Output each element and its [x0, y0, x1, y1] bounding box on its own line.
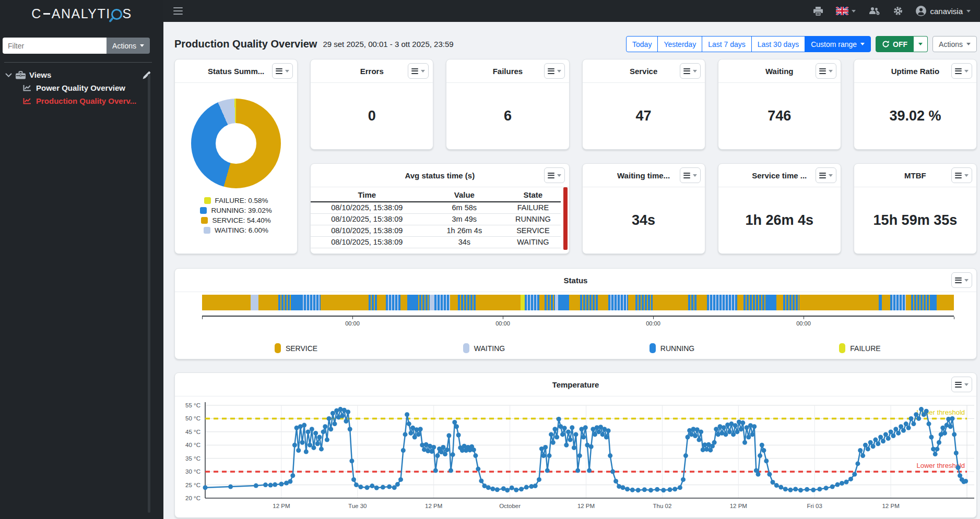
- table-cell: 08/10/2025, 15:38:09: [311, 202, 423, 214]
- legend-label: FAILURE: 0.58%: [215, 197, 268, 204]
- table-row[interactable]: 08/10/2025, 15:38:0934sWAITING: [311, 237, 560, 248]
- table-row[interactable]: 08/10/2025, 15:38:093m 49sRUNNING: [311, 214, 560, 225]
- failures-card: Failures 6: [446, 59, 569, 150]
- card-menu-button[interactable]: [272, 63, 293, 79]
- menu-icon: [683, 67, 690, 75]
- legend-item[interactable]: WAITING: 6.00%: [204, 226, 268, 234]
- svg-text:55 °C: 55 °C: [185, 402, 200, 408]
- chevron-down-icon: [966, 10, 971, 13]
- filter-input[interactable]: [3, 38, 107, 54]
- table-row[interactable]: 08/10/2025, 15:38:091h 26m 4sSERVICE: [311, 225, 560, 237]
- legend-item[interactable]: SERVICE: 54.40%: [201, 216, 270, 224]
- menu-icon: [819, 171, 826, 179]
- service-value: 47: [583, 82, 705, 149]
- card-menu-button[interactable]: [544, 63, 565, 79]
- status-segment: [628, 295, 635, 310]
- card-menu-button[interactable]: [680, 63, 701, 79]
- date-range-label: 29 set 2025, 00:01 - 3 ott 2025, 23:59: [323, 40, 453, 49]
- chevron-down-icon: [964, 174, 969, 177]
- card-menu-button[interactable]: [816, 167, 836, 183]
- sidebar-item-label: Production Quality Overv...: [36, 96, 136, 105]
- card-menu-button[interactable]: [951, 63, 972, 79]
- card-title: Status Summ...: [208, 67, 264, 76]
- status-segment: [783, 295, 799, 310]
- range-yesterday-button[interactable]: Yesterday: [657, 36, 702, 52]
- legend-swatch: [204, 197, 211, 204]
- axis-tick-label: 00:00: [796, 320, 811, 327]
- user-menu[interactable]: canavisia: [916, 6, 971, 16]
- chevron-down-icon: [557, 70, 561, 73]
- chevron-down-icon: [966, 43, 971, 45]
- chevron-down-icon: [421, 70, 425, 73]
- status-legend: SERVICEWAITINGRUNNINGFAILURE: [202, 343, 954, 353]
- print-icon[interactable]: [813, 7, 823, 16]
- card-menu-button[interactable]: [951, 167, 972, 183]
- table-row[interactable]: 08/10/2025, 15:38:096m 58sFAILURE: [311, 202, 560, 214]
- uptime-ratio-card: Uptime Ratio 39.02 %: [854, 59, 977, 150]
- legend-item[interactable]: RUNNING: [578, 343, 766, 353]
- tree-root-label: Views: [29, 70, 51, 79]
- axis-tick: [804, 317, 804, 319]
- card-menu-button[interactable]: [680, 167, 701, 183]
- legend-item[interactable]: RUNNING: 39.02%: [200, 207, 271, 214]
- legend-swatch: [650, 343, 656, 353]
- status-segment: [545, 295, 555, 310]
- header-actions-button[interactable]: Actions: [932, 36, 977, 52]
- status-segment: [525, 295, 539, 310]
- svg-text:Tue 30: Tue 30: [348, 503, 367, 509]
- divider: [4, 62, 152, 63]
- settings-gear-icon[interactable]: [893, 6, 903, 16]
- table-cell: SERVICE: [505, 225, 560, 237]
- legend-item[interactable]: SERVICE: [202, 343, 390, 353]
- panel-title: Temperature: [552, 380, 599, 389]
- status-segment: [737, 295, 743, 310]
- card-title: MTBF: [904, 171, 926, 180]
- tree-node-views[interactable]: Views: [0, 68, 163, 81]
- card-title: Uptime Ratio: [891, 67, 940, 76]
- legend-item[interactable]: FAILURE: 0.58%: [204, 197, 268, 204]
- legend-swatch: [201, 217, 208, 224]
- user-circle-icon: [916, 6, 926, 16]
- status-panel: Status 00:0000:0000:0000:00 SERVICEWAITI…: [174, 268, 977, 359]
- range-last7-button[interactable]: Last 7 days: [702, 36, 752, 52]
- language-selector[interactable]: [836, 7, 856, 15]
- mtbf-value: 15h 59m 35s: [854, 187, 976, 254]
- users-management-icon[interactable]: [869, 7, 880, 15]
- legend-item[interactable]: WAITING: [390, 343, 578, 353]
- card-menu-button[interactable]: [951, 377, 972, 392]
- legend-item[interactable]: FAILURE: [766, 343, 954, 353]
- range-last30-button[interactable]: Last 30 days: [751, 36, 805, 52]
- custom-range-button[interactable]: Custom range: [805, 36, 871, 52]
- status-axis: [202, 316, 954, 317]
- card-menu-button[interactable]: [951, 272, 972, 288]
- table-cell: 34s: [423, 237, 505, 248]
- uptime-ratio-value: 39.02 %: [854, 82, 976, 149]
- status-segment: [707, 295, 737, 310]
- chevron-down-icon: [140, 44, 144, 47]
- status-segment: [930, 295, 937, 310]
- menu-toggle-icon[interactable]: [173, 5, 183, 17]
- status-segment: [937, 295, 954, 310]
- errors-card: Errors 0: [310, 59, 433, 150]
- card-menu-button[interactable]: [408, 63, 429, 79]
- sidebar-item-power-quality-overview[interactable]: Power Quality Overview: [0, 81, 163, 94]
- sidebar-item-production-quality-overview[interactable]: Production Quality Overv...: [0, 94, 163, 107]
- range-today-button[interactable]: Today: [626, 36, 658, 52]
- svg-text:12 PM: 12 PM: [577, 503, 595, 509]
- auto-refresh-toggle-button[interactable]: OFF: [876, 36, 914, 52]
- card-title: Errors: [360, 67, 384, 76]
- status-segment: [911, 295, 930, 310]
- sidebar-actions-button[interactable]: Actions: [107, 38, 150, 54]
- waiting-time-value: 34s: [583, 187, 705, 254]
- card-menu-button[interactable]: [816, 63, 836, 79]
- auto-refresh-dropdown[interactable]: [914, 36, 928, 52]
- table-scrollbar[interactable]: [563, 187, 568, 250]
- svg-text:35 °C: 35 °C: [185, 455, 200, 462]
- chevron-down-icon: [829, 174, 833, 177]
- status-segment: [458, 295, 475, 310]
- axis-tick: [954, 317, 954, 319]
- sidebar-scrollbar[interactable]: [148, 74, 150, 513]
- svg-text:12 PM: 12 PM: [882, 503, 899, 509]
- card-menu-button[interactable]: [544, 167, 565, 183]
- status-segment: [569, 295, 581, 310]
